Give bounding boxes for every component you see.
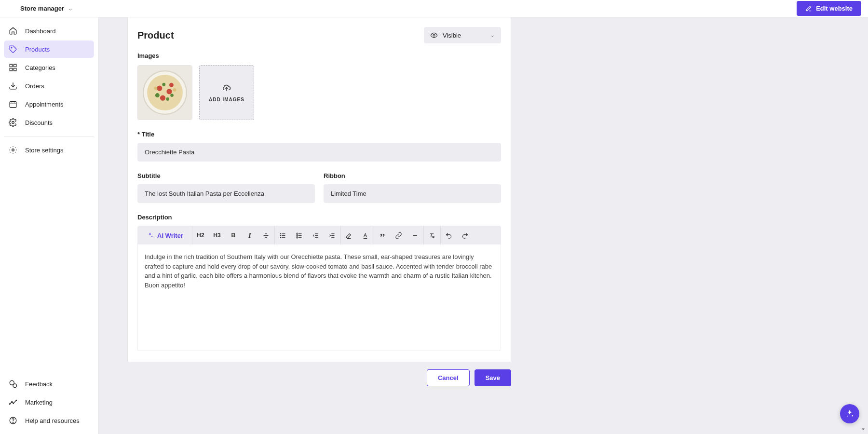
rte-toolbar: AI Writer H2 H3 B I — [138, 226, 501, 244]
title-label: Title — [137, 131, 501, 138]
svg-point-40 — [281, 237, 281, 237]
edit-website-label: Edit website — [816, 5, 853, 12]
description-label: Description — [137, 214, 501, 221]
rte-text-color-button[interactable] — [357, 226, 374, 244]
grid-icon — [9, 63, 17, 72]
edit-website-button[interactable]: Edit website — [797, 1, 861, 16]
svg-rect-4 — [14, 68, 16, 71]
rte-bullet-list-button[interactable] — [275, 226, 291, 244]
rte-clear-format-button[interactable] — [424, 226, 440, 244]
rte-indent-button[interactable] — [324, 226, 340, 244]
help-icon — [9, 416, 17, 425]
sidebar-item-marketing[interactable]: Marketing — [4, 393, 94, 411]
ai-writer-button[interactable]: AI Writer — [138, 232, 192, 239]
svg-point-10 — [12, 122, 14, 124]
sidebar-item-dashboard[interactable]: Dashboard — [4, 22, 94, 40]
chevron-down-icon — [68, 6, 73, 11]
svg-point-23 — [147, 75, 183, 110]
tag-icon — [9, 45, 17, 54]
sidebar-item-label: Categories — [25, 64, 55, 71]
sidebar-bottom-group: Feedback Marketing Help and resources — [4, 375, 94, 429]
add-images-label: ADD IMAGES — [209, 97, 244, 102]
svg-rect-3 — [10, 68, 12, 71]
sidebar-item-appointments[interactable]: Appointments — [4, 95, 94, 113]
svg-point-0 — [11, 47, 12, 48]
topbar: Store manager Edit website — [0, 0, 868, 17]
svg-point-36 — [281, 233, 281, 234]
title-input[interactable] — [137, 143, 501, 162]
store-selector-label: Store manager — [20, 5, 64, 12]
svg-point-38 — [281, 235, 281, 235]
ribbon-input[interactable] — [324, 184, 501, 203]
svg-point-15 — [12, 402, 13, 403]
svg-point-13 — [13, 384, 17, 388]
svg-point-19 — [13, 422, 13, 422]
sidebar-item-feedback[interactable]: Feedback — [4, 375, 94, 393]
rte-numbered-list-button[interactable]: 123 — [291, 226, 308, 244]
upload-icon — [222, 83, 231, 93]
rte-redo-button[interactable] — [457, 226, 474, 244]
svg-point-27 — [169, 83, 174, 87]
product-image-thumb[interactable] — [137, 65, 192, 120]
images-section-label: Images — [137, 52, 501, 59]
rte-h3-button[interactable]: H3 — [209, 226, 225, 244]
sidebar-item-discounts[interactable]: Discounts — [4, 114, 94, 131]
sidebar-item-label: Orders — [25, 82, 44, 90]
visibility-select[interactable]: Visible — [424, 27, 501, 43]
rte-highlight-button[interactable] — [341, 226, 357, 244]
rte-bold-button[interactable]: B — [225, 226, 242, 244]
description-textarea[interactable]: Indulge in the rich tradition of Souther… — [138, 244, 501, 351]
svg-marker-61 — [862, 429, 865, 431]
subtitle-input[interactable] — [137, 184, 315, 203]
subtitle-label: Subtitle — [137, 172, 315, 179]
rte-hr-button[interactable] — [407, 226, 423, 244]
svg-rect-6 — [10, 102, 16, 108]
svg-rect-2 — [14, 64, 16, 67]
page-title: Product — [137, 30, 174, 41]
eye-icon — [430, 31, 438, 39]
svg-point-17 — [16, 400, 17, 401]
save-button[interactable]: Save — [475, 369, 511, 386]
sidebar-item-label: Help and resources — [25, 417, 80, 424]
svg-point-24 — [157, 85, 162, 91]
svg-point-33 — [173, 88, 176, 92]
rte-h2-button[interactable]: H2 — [192, 226, 209, 244]
sidebar-item-categories[interactable]: Categories — [4, 59, 94, 76]
sidebar-item-products[interactable]: Products — [4, 41, 94, 58]
svg-point-60 — [847, 416, 848, 417]
sidebar-item-orders[interactable]: Orders — [4, 77, 94, 95]
rte-strikethrough-button[interactable] — [258, 226, 274, 244]
sidebar-main-group: Dashboard Products Categories Orders App… — [4, 22, 94, 131]
cancel-button[interactable]: Cancel — [427, 369, 470, 386]
add-images-button[interactable]: ADD IMAGES — [199, 65, 254, 120]
ai-assistant-fab[interactable] — [840, 404, 859, 423]
footer-actions: Cancel Save — [127, 362, 511, 393]
sidebar-item-help[interactable]: Help and resources — [4, 412, 94, 429]
svg-point-16 — [13, 403, 14, 404]
download-icon — [9, 81, 17, 90]
svg-point-14 — [10, 404, 11, 405]
svg-point-28 — [155, 93, 160, 97]
calendar-icon — [9, 100, 17, 108]
svg-point-26 — [160, 95, 165, 101]
svg-point-25 — [166, 89, 172, 94]
svg-point-29 — [166, 97, 169, 101]
rich-text-editor: AI Writer H2 H3 B I — [137, 226, 501, 351]
ribbon-label: Ribbon — [324, 172, 501, 179]
rte-italic-button[interactable]: I — [242, 226, 258, 244]
sidebar-item-label: Marketing — [25, 399, 53, 406]
rte-quote-button[interactable] — [374, 226, 391, 244]
sidebar-settings-group: Store settings — [4, 141, 94, 159]
visibility-label: Visible — [443, 32, 461, 39]
sidebar-item-store-settings[interactable]: Store settings — [4, 141, 94, 159]
svg-point-30 — [170, 94, 174, 97]
rte-undo-button[interactable] — [441, 226, 457, 244]
gear-icon — [9, 118, 17, 127]
analytics-icon — [9, 398, 17, 407]
main-content: Product Visible Images — [98, 17, 868, 434]
svg-text:3: 3 — [297, 236, 298, 238]
store-selector[interactable]: Store manager — [20, 5, 73, 12]
rte-outdent-button[interactable] — [308, 226, 324, 244]
sidebar-item-label: Appointments — [25, 101, 64, 108]
rte-link-button[interactable] — [391, 226, 407, 244]
